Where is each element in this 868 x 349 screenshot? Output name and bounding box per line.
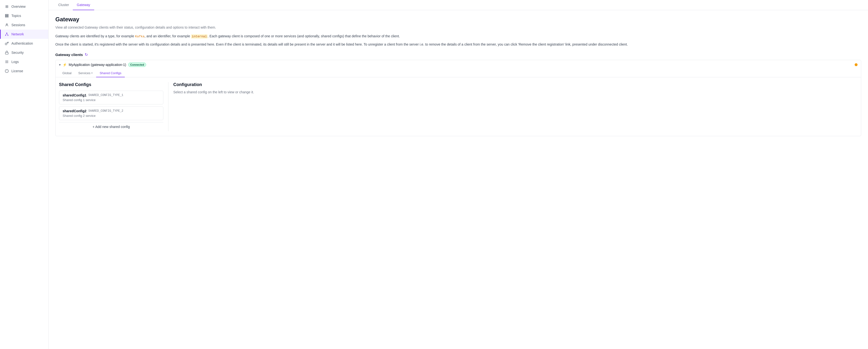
sidebar-item-security[interactable]: Security <box>0 48 48 57</box>
config-item-2-name: sharedConfig2 <box>63 109 86 113</box>
config-item-1-name: sharedConfig1 <box>63 93 86 97</box>
svg-line-8 <box>7 33 8 35</box>
shared-configs-container: Shared Configs sharedConfig1 SHARED_CONF… <box>56 77 861 136</box>
shared-configs-list: Shared Configs sharedConfig1 SHARED_CONF… <box>59 82 163 131</box>
config-item-2-header: sharedConfig2 SHARED_CONFIG_TYPE_2 <box>63 109 160 113</box>
chevron-down-icon: ▾ <box>59 63 61 67</box>
sidebar: ⊞ Overview Topics Sessions Network Authe… <box>0 0 49 349</box>
sidebar-item-label: Sessions <box>11 23 25 27</box>
sidebar-item-label: License <box>11 69 23 73</box>
page-title: Gateway <box>55 16 861 23</box>
authentication-icon <box>5 41 9 45</box>
info-text-2: Once the client is started, it's registe… <box>55 42 861 47</box>
shared-configs-title: Shared Configs <box>59 82 163 87</box>
sidebar-item-topics[interactable]: Topics <box>0 11 48 20</box>
sidebar-item-network[interactable]: Network <box>0 30 48 39</box>
sidebar-item-license[interactable]: License <box>0 66 48 76</box>
configuration-hint: Select a shared config on the left to vi… <box>173 90 858 94</box>
config-item-1[interactable]: sharedConfig1 SHARED_CONFIG_TYPE_1 Share… <box>59 91 163 104</box>
client-row: ▾ ⚡ MyApplication (gateway-application-1… <box>55 60 861 136</box>
main-content: Cluster Gateway Gateway View all connect… <box>49 0 868 349</box>
config-item-2[interactable]: sharedConfig2 SHARED_CONFIG_TYPE_2 Share… <box>59 106 163 120</box>
client-header-left: ▾ ⚡ MyApplication (gateway-application-1… <box>59 63 146 67</box>
vertical-divider <box>168 82 168 131</box>
svg-rect-2 <box>5 16 8 17</box>
refresh-icon[interactable]: ↻ <box>85 53 88 57</box>
gateway-clients-header: Gateway clients ↻ <box>55 53 861 57</box>
sidebar-item-sessions[interactable]: Sessions <box>0 20 48 30</box>
sidebar-item-overview[interactable]: ⊞ Overview <box>0 2 48 11</box>
tab-global[interactable]: Global <box>59 69 75 77</box>
tab-services[interactable]: Services ▾ <box>75 69 96 77</box>
sidebar-item-label: Network <box>11 32 24 36</box>
sidebar-item-logs[interactable]: Logs <box>0 57 48 66</box>
add-config-button[interactable]: + Add new shared config <box>59 122 163 131</box>
bolt-icon: ⚡ <box>63 63 67 67</box>
connected-badge: Connected <box>128 63 146 67</box>
security-icon <box>5 50 9 55</box>
kafka-code: Kafka <box>135 35 145 38</box>
sidebar-item-label: Logs <box>11 60 19 64</box>
svg-rect-0 <box>5 14 8 15</box>
svg-point-3 <box>6 24 7 25</box>
topics-icon <box>5 13 9 18</box>
status-dot <box>855 63 858 66</box>
network-icon <box>5 32 9 36</box>
inner-tab-bar: Global Services ▾ Shared Configs <box>56 69 861 77</box>
gateway-content: Gateway View all connected Gateway clien… <box>49 10 868 349</box>
sidebar-item-label: Authentication <box>11 41 33 45</box>
top-tab-bar: Cluster Gateway <box>49 0 868 10</box>
sidebar-item-authentication[interactable]: Authentication <box>0 39 48 48</box>
configuration-panel: Configuration Select a shared config on … <box>173 82 858 131</box>
internal-code: internal <box>191 34 208 39</box>
tab-shared-configs[interactable]: Shared Configs <box>96 69 125 77</box>
page-description: View all connected Gateway clients with … <box>55 25 861 30</box>
info-text-1: Gateway clients are identified by a type… <box>55 33 861 39</box>
logs-icon <box>5 60 9 64</box>
config-item-1-desc: Shared config 1 service <box>63 98 160 102</box>
sessions-icon <box>5 23 9 27</box>
svg-point-4 <box>6 33 7 33</box>
license-icon <box>5 69 9 73</box>
client-header[interactable]: ▾ ⚡ MyApplication (gateway-application-1… <box>56 60 861 69</box>
svg-rect-1 <box>5 15 8 16</box>
config-item-1-header: sharedConfig1 SHARED_CONFIG_TYPE_1 <box>63 93 160 97</box>
svg-point-6 <box>7 35 8 36</box>
tab-gateway[interactable]: Gateway <box>73 0 94 10</box>
services-dropdown-arrow: ▾ <box>91 71 93 75</box>
svg-rect-9 <box>5 53 8 54</box>
sidebar-item-label: Security <box>11 51 24 55</box>
configuration-title: Configuration <box>173 82 858 87</box>
config-item-2-type: SHARED_CONFIG_TYPE_2 <box>88 109 123 113</box>
gateway-clients-title: Gateway clients <box>55 53 83 57</box>
svg-line-7 <box>6 33 7 35</box>
sidebar-item-label: Topics <box>11 14 21 18</box>
tab-cluster[interactable]: Cluster <box>54 0 73 10</box>
svg-point-5 <box>5 35 6 36</box>
sidebar-item-label: Overview <box>11 5 26 8</box>
config-item-2-desc: Shared config 2 service <box>63 114 160 117</box>
config-item-1-type: SHARED_CONFIG_TYPE_1 <box>88 94 123 97</box>
overview-icon: ⊞ <box>5 4 9 9</box>
client-name: MyApplication (gateway-application-1) <box>69 63 126 67</box>
